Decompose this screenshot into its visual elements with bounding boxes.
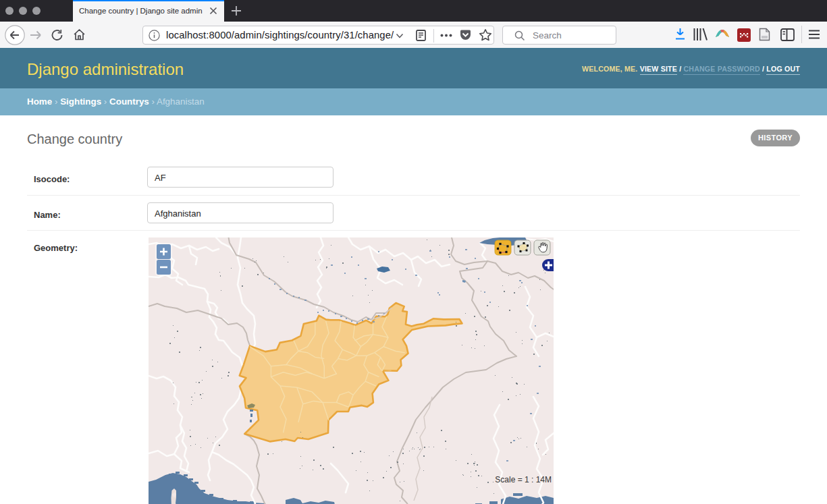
svg-text:Scale = 1 : 14M: Scale = 1 : 14M xyxy=(495,475,552,484)
